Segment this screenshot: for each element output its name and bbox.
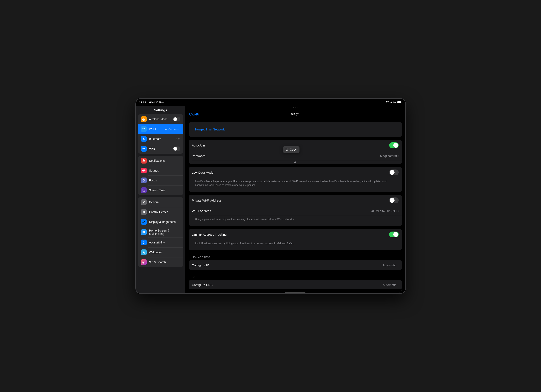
detail-panel: Wi-Fi Magti Forget This Network: [185, 106, 405, 293]
forget-network-item[interactable]: Forget This Network: [189, 122, 402, 137]
accessibility-label: Accessibility: [149, 241, 180, 244]
dot-1: [293, 107, 294, 108]
home-indicator-bar: [185, 289, 405, 293]
home-screen-label: Home Screen & Multitasking: [149, 229, 180, 235]
status-bar: 22:02 Wed 30 Nov 94%: [136, 99, 405, 106]
wifi-icon: [141, 126, 147, 132]
sidebar-item-sounds[interactable]: Sounds: [138, 166, 183, 175]
svg-point-9: [144, 212, 145, 213]
dns-section: DNS Configure DNS Automatic ›: [189, 273, 402, 289]
sidebar-item-wifi[interactable]: Wi-Fi Filipe's iPhone 14 Pro Max: [138, 124, 183, 134]
home-indicator: [285, 292, 306, 293]
svg-point-5: [143, 202, 144, 203]
sidebar-item-control-center[interactable]: Control Center: [138, 207, 183, 217]
wifi-status-icon: [386, 101, 389, 104]
wifi-address-value: 4C:2E:B4:00:38:CC: [371, 209, 399, 213]
limit-ip-description: Limit IP address tracking by hiding your…: [192, 240, 399, 248]
status-date: Wed 30 Nov: [149, 101, 164, 104]
vpn-toggle[interactable]: [173, 147, 180, 151]
password-value: Magticom599: [380, 154, 398, 158]
configure-dns-label: Configure DNS: [192, 283, 383, 287]
bluetooth-value: On: [177, 137, 180, 141]
detail-nav-bar: Wi-Fi Magti: [185, 110, 405, 119]
control-center-label: Control Center: [149, 210, 180, 214]
wifi-label: Wi-Fi: [149, 127, 164, 131]
home-screen-icon: [141, 229, 147, 235]
connectivity-group: Airplane Mode Wi-Fi Fil: [138, 114, 183, 154]
sidebar-item-bluetooth[interactable]: Bluetooth On: [138, 134, 183, 144]
wifi-address-description-wrap: Using a private address helps reduce tra…: [189, 216, 402, 226]
auto-join-label: Auto-Join: [192, 144, 389, 147]
dot-3: [297, 107, 297, 108]
wifi-address-item: Wi-Fi Address 4C:2E:B4:00:38:CC: [189, 206, 402, 216]
sidebar-title: Settings: [136, 106, 185, 114]
sidebar-item-focus[interactable]: Focus: [138, 175, 183, 185]
airplane-mode-toggle[interactable]: [173, 117, 180, 122]
svg-rect-12: [143, 232, 144, 233]
sidebar-item-general[interactable]: General: [138, 197, 183, 207]
sidebar-item-home-screen[interactable]: Home Screen & Multitasking: [138, 227, 183, 238]
detail-title: Magti: [291, 112, 300, 116]
private-wifi-group: Private Wi-Fi Address Wi-Fi Address 4C:2…: [189, 195, 402, 226]
panel-dots: [293, 107, 297, 108]
display-brightness-label: Display & Brightness: [149, 220, 180, 224]
forget-network-btn[interactable]: Forget This Network: [192, 125, 228, 134]
bluetooth-icon: [141, 136, 147, 142]
limit-ip-group: Limit IP Address Tracking Limit IP addre…: [189, 229, 402, 250]
siri-search-icon: [141, 259, 147, 265]
low-data-item[interactable]: Low Data Mode: [189, 167, 402, 178]
sidebar-item-wallpaper[interactable]: Wallpaper: [138, 247, 183, 257]
sidebar-item-airplane-mode[interactable]: Airplane Mode: [138, 114, 183, 124]
detail-content: Forget This Network Auto-Join Password M…: [185, 119, 405, 289]
svg-rect-2: [397, 101, 401, 103]
low-data-toggle[interactable]: [389, 169, 399, 175]
limit-ip-toggle[interactable]: [389, 232, 399, 237]
forget-network-group: Forget This Network: [189, 122, 402, 137]
limit-ip-item[interactable]: Limit IP Address Tracking: [189, 229, 402, 240]
ipv4-section: IPV4 ADDRESS Configure IP Automatic ›: [189, 253, 402, 270]
dot-2: [295, 107, 296, 108]
configure-dns-item[interactable]: Configure DNS Automatic ›: [189, 280, 402, 289]
private-wifi-label: Private Wi-Fi Address: [192, 199, 389, 202]
panel-dots-bar: [185, 106, 405, 110]
sidebar-item-display-brightness[interactable]: AA Display & Brightness: [138, 217, 183, 227]
sidebar-item-notifications[interactable]: Notifications: [138, 156, 183, 166]
low-data-description-wrap: Low Data Mode helps reduce your iPad dat…: [189, 178, 402, 192]
status-time: 22:02: [139, 101, 146, 104]
main-content: Settings Airplane Mode: [136, 106, 405, 293]
limit-ip-label: Limit IP Address Tracking: [192, 233, 389, 236]
configure-ip-item[interactable]: Configure IP Automatic ›: [189, 260, 402, 270]
vpn-icon: VPN: [141, 146, 147, 152]
wifi-value: Filipe's iPhone 14 Pro Max: [164, 128, 180, 130]
configure-ip-label: Configure IP: [192, 263, 383, 267]
general-icon: [141, 199, 147, 205]
accessibility-icon: [141, 239, 147, 245]
status-time-date: 22:02 Wed 30 Nov: [139, 101, 164, 104]
airplane-mode-label: Airplane Mode: [149, 117, 173, 121]
limit-ip-description-wrap: Limit IP address tracking by hiding your…: [189, 240, 402, 250]
sidebar-item-screen-time[interactable]: Screen Time: [138, 185, 183, 195]
auto-join-group: Auto-Join Password Magticom599: [189, 140, 402, 164]
display-brightness-icon: AA: [141, 219, 147, 225]
svg-point-6: [143, 211, 144, 212]
sidebar-item-siri-search[interactable]: Siri & Search: [138, 257, 183, 267]
wallpaper-label: Wallpaper: [149, 251, 180, 254]
battery-percent: 94%: [390, 101, 395, 104]
private-wifi-toggle[interactable]: [389, 198, 399, 203]
configure-ip-value: Automatic: [383, 263, 396, 267]
scroll-handle: [294, 162, 296, 163]
sidebar-item-accessibility[interactable]: Accessibility: [138, 238, 183, 247]
settings-sidebar: Settings Airplane Mode: [136, 106, 185, 293]
svg-point-3: [143, 130, 144, 130]
configure-dns-chevron: ›: [398, 283, 399, 286]
private-wifi-item[interactable]: Private Wi-Fi Address: [189, 195, 402, 206]
sidebar-item-vpn[interactable]: VPN VPN: [138, 144, 183, 154]
auto-join-toggle[interactable]: [389, 142, 399, 148]
back-button[interactable]: Wi-Fi: [189, 112, 199, 116]
ipad-frame: 22:02 Wed 30 Nov 94%: [135, 98, 406, 294]
password-item[interactable]: Password Magticom599: [189, 151, 402, 161]
bluetooth-label: Bluetooth: [149, 137, 177, 141]
low-data-description: Low Data Mode helps reduce your iPad dat…: [192, 178, 399, 189]
low-data-label: Low Data Mode: [192, 171, 389, 174]
auto-join-item[interactable]: Auto-Join: [189, 140, 402, 151]
